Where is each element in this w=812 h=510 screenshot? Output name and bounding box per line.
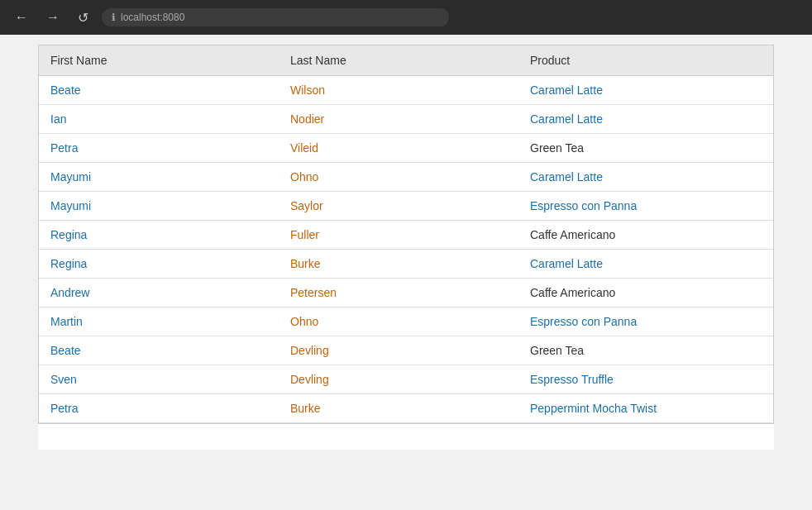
forward-icon: → bbox=[46, 10, 60, 25]
back-button[interactable]: ← bbox=[10, 7, 33, 28]
cell-product: Caramel Latte bbox=[518, 250, 773, 279]
cell-last-name: Burke bbox=[279, 394, 518, 423]
table-row: MayumiSaylorEspresso con Panna bbox=[39, 192, 773, 221]
info-icon: ℹ bbox=[112, 12, 116, 23]
header-row: First Name Last Name Product bbox=[39, 45, 773, 76]
cell-product: Peppermint Mocha Twist bbox=[518, 394, 773, 423]
table-row: PetraVileidGreen Tea bbox=[39, 134, 773, 163]
reload-icon: ↺ bbox=[78, 10, 88, 26]
table-row: MayumiOhnoCaramel Latte bbox=[39, 163, 773, 192]
cell-first-name: Andrew bbox=[39, 279, 279, 307]
cell-first-name: Beate bbox=[39, 76, 279, 105]
table-row: PetraBurkePeppermint Mocha Twist bbox=[39, 394, 773, 423]
cell-last-name: Burke bbox=[279, 250, 518, 279]
data-table: First Name Last Name Product BeateWilson… bbox=[39, 45, 773, 423]
cell-product: Caramel Latte bbox=[518, 105, 773, 134]
table-wrapper[interactable]: First Name Last Name Product BeateWilson… bbox=[38, 45, 774, 424]
cell-first-name: Petra bbox=[39, 134, 279, 163]
back-icon: ← bbox=[15, 10, 28, 25]
table-row: SvenDevlingEspresso Truffle bbox=[39, 365, 773, 394]
reload-button[interactable]: ↺ bbox=[73, 7, 93, 29]
col-header-last-name: Last Name bbox=[279, 45, 518, 76]
cell-last-name: Saylor bbox=[279, 192, 518, 221]
cell-first-name: Petra bbox=[39, 394, 279, 423]
cell-first-name: Mayumi bbox=[39, 163, 279, 192]
cell-first-name: Martin bbox=[39, 307, 279, 336]
address-bar[interactable]: ℹ localhost:8080 bbox=[102, 8, 449, 26]
table-row: BeateWilsonCaramel Latte bbox=[39, 76, 773, 105]
browser-chrome: ← → ↺ ℹ localhost:8080 bbox=[0, 0, 812, 35]
col-header-first-name: First Name bbox=[39, 45, 279, 76]
forward-button[interactable]: → bbox=[41, 7, 64, 28]
cell-last-name: Petersen bbox=[279, 279, 518, 307]
cell-last-name: Devling bbox=[279, 336, 518, 365]
cell-first-name: Beate bbox=[39, 336, 279, 365]
cell-last-name: Fuller bbox=[279, 221, 518, 250]
cell-first-name: Regina bbox=[39, 250, 279, 279]
cell-first-name: Regina bbox=[39, 221, 279, 250]
cell-product: Espresso con Panna bbox=[518, 307, 773, 336]
cell-product: Green Tea bbox=[518, 134, 773, 163]
cell-product: Caffe Americano bbox=[518, 221, 773, 250]
cell-first-name: Mayumi bbox=[39, 192, 279, 221]
cell-last-name: Wilson bbox=[279, 76, 518, 105]
table-row: ReginaFullerCaffe Americano bbox=[39, 221, 773, 250]
cell-last-name: Nodier bbox=[279, 105, 518, 134]
table-row: AndrewPetersenCaffe Americano bbox=[39, 279, 773, 307]
col-header-product: Product bbox=[518, 45, 773, 76]
cell-product: Caffe Americano bbox=[518, 279, 773, 307]
table-row: IanNodierCaramel Latte bbox=[39, 105, 773, 134]
url-display: localhost:8080 bbox=[121, 12, 184, 23]
page-content: First Name Last Name Product BeateWilson… bbox=[38, 45, 774, 450]
cell-last-name: Ohno bbox=[279, 307, 518, 336]
cell-first-name: Sven bbox=[39, 365, 279, 394]
cell-product: Espresso Truffle bbox=[518, 365, 773, 394]
cell-product: Green Tea bbox=[518, 336, 773, 365]
table-header: First Name Last Name Product bbox=[39, 45, 773, 76]
table-row: MartinOhnoEspresso con Panna bbox=[39, 307, 773, 336]
cell-product: Caramel Latte bbox=[518, 76, 773, 105]
cell-last-name: Vileid bbox=[279, 134, 518, 163]
table-body: BeateWilsonCaramel LatteIanNodierCaramel… bbox=[39, 76, 773, 423]
cell-last-name: Ohno bbox=[279, 163, 518, 192]
table-row: BeateDevlingGreen Tea bbox=[39, 336, 773, 365]
cell-last-name: Devling bbox=[279, 365, 518, 394]
cell-product: Espresso con Panna bbox=[518, 192, 773, 221]
cell-first-name: Ian bbox=[39, 105, 279, 134]
cell-product: Caramel Latte bbox=[518, 163, 773, 192]
table-row: ReginaBurkeCaramel Latte bbox=[39, 250, 773, 279]
